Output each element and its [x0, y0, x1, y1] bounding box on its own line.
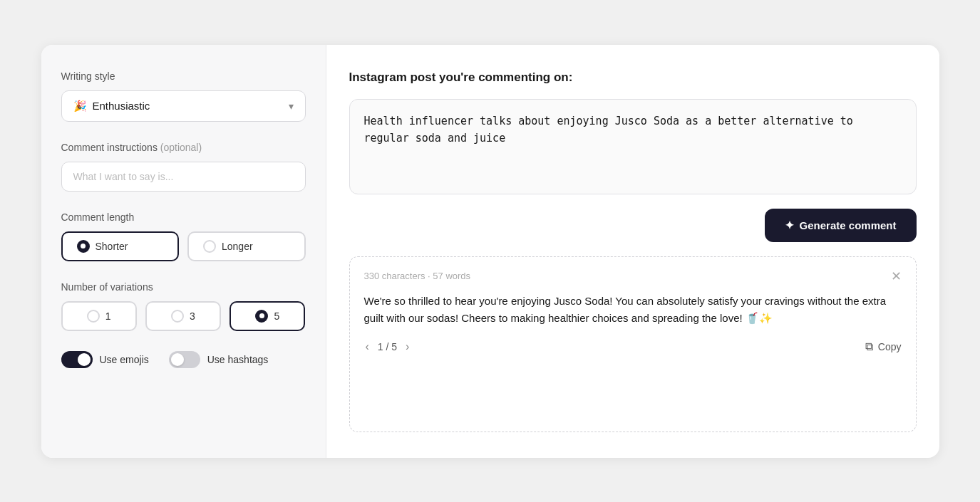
- variations-label: Number of variations: [61, 281, 306, 293]
- result-text: We're so thrilled to hear you're enjoyin…: [364, 293, 902, 328]
- instagram-post-input[interactable]: Health influencer talks about enjoying J…: [349, 99, 917, 194]
- sparkle-icon: ✦: [785, 219, 794, 232]
- close-icon: ✕: [891, 269, 902, 283]
- chevron-down-icon: ▾: [289, 100, 294, 112]
- pagination-next-button[interactable]: ›: [404, 341, 411, 352]
- left-panel: Writing style 🎉 Enthusiastic ▾ Comment i…: [41, 45, 326, 458]
- variation-3-label: 3: [190, 310, 195, 322]
- comment-instructions-input[interactable]: [61, 162, 306, 192]
- variation-option-1[interactable]: 1: [61, 301, 137, 331]
- length-option-longer[interactable]: Longer: [187, 231, 306, 261]
- generate-comment-button[interactable]: ✦ Generate comment: [765, 209, 917, 242]
- comment-length-section: Comment length Shorter Longer: [61, 211, 306, 261]
- result-header: 330 characters · 57 words ✕: [364, 270, 902, 283]
- writing-style-section: Writing style 🎉 Enthusiastic ▾: [61, 70, 306, 122]
- copy-label: Copy: [878, 341, 902, 352]
- radio-dot-shorter: [77, 240, 90, 253]
- style-emoji: 🎉: [73, 100, 87, 113]
- chevron-left-icon: ‹: [366, 340, 369, 352]
- comment-instructions-section: Comment instructions (optional): [61, 142, 306, 192]
- writing-style-label: Writing style: [61, 70, 306, 82]
- emojis-toggle[interactable]: [61, 351, 93, 368]
- result-meta: 330 characters · 57 words: [364, 271, 471, 281]
- variation-option-3[interactable]: 3: [145, 301, 221, 331]
- variation-radio-group: 1 3 5: [61, 301, 306, 331]
- instructions-label: Comment instructions (optional): [61, 142, 306, 153]
- writing-style-dropdown[interactable]: 🎉 Enthusiastic ▾: [61, 90, 306, 122]
- copy-button[interactable]: ⧉ Copy: [865, 340, 902, 353]
- shorter-label: Shorter: [96, 241, 128, 252]
- variation-5-label: 5: [274, 310, 279, 322]
- hashtags-label: Use hashtags: [207, 354, 269, 365]
- optional-label: (optional): [160, 142, 202, 153]
- variation-option-5[interactable]: 5: [229, 301, 305, 331]
- length-option-shorter[interactable]: Shorter: [61, 231, 180, 261]
- generate-btn-label: Generate comment: [800, 219, 897, 231]
- pagination: ‹ 1 / 5 ›: [364, 341, 411, 352]
- right-panel: Instagram post you're commenting on: Hea…: [326, 45, 939, 458]
- hashtags-toggle[interactable]: [169, 351, 200, 368]
- radio-dot-longer: [203, 240, 216, 253]
- close-result-button[interactable]: ✕: [891, 270, 902, 283]
- chevron-right-icon: ›: [406, 340, 409, 352]
- length-radio-group: Shorter Longer: [61, 231, 306, 261]
- dropdown-selected: 🎉 Enthusiastic: [73, 100, 150, 113]
- hashtags-toggle-item: Use hashtags: [169, 351, 269, 368]
- emojis-label: Use emojis: [100, 354, 149, 365]
- style-text: Enthusiastic: [93, 100, 150, 112]
- length-label: Comment length: [61, 211, 306, 223]
- longer-label: Longer: [222, 241, 253, 252]
- radio-dot-3: [171, 310, 184, 323]
- pagination-prev-button[interactable]: ‹: [364, 341, 371, 352]
- toggles-row: Use emojis Use hashtags: [61, 351, 306, 368]
- main-card: Writing style 🎉 Enthusiastic ▾ Comment i…: [41, 45, 939, 458]
- emojis-toggle-thumb: [78, 353, 91, 366]
- pagination-label: 1 / 5: [378, 341, 397, 352]
- panel-title: Instagram post you're commenting on:: [349, 70, 917, 85]
- copy-icon: ⧉: [865, 340, 873, 353]
- radio-dot-1: [87, 310, 100, 323]
- hashtags-toggle-thumb: [171, 353, 184, 366]
- variations-section: Number of variations 1 3 5: [61, 281, 306, 331]
- radio-dot-5: [255, 310, 268, 323]
- result-card: 330 characters · 57 words ✕ We're so thr…: [349, 256, 917, 432]
- variation-1-label: 1: [105, 310, 111, 322]
- result-footer: ‹ 1 / 5 › ⧉ Copy: [364, 340, 902, 353]
- emojis-toggle-item: Use emojis: [61, 351, 149, 368]
